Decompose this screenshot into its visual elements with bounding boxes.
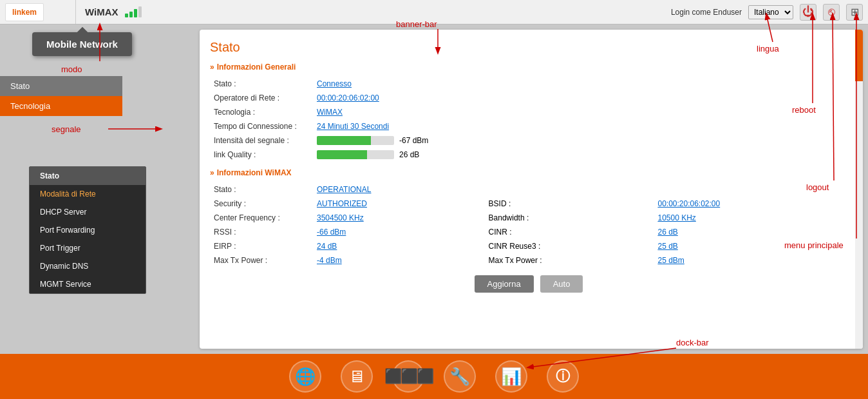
table-row: Max Tx Power : -4 dBm Max Tx Power : 25 … (210, 253, 847, 268)
table-row: Center Frequency : 3504500 KHz Bandwidth… (210, 211, 847, 225)
auto-button[interactable]: Auto (540, 275, 583, 293)
signal-fill (317, 136, 371, 145)
wimax-label: WiMAX (85, 6, 118, 17)
content-area: Stato Informazioni Generali Stato : Conn… (200, 30, 863, 349)
nav-tecnologia[interactable]: Tecnologia (0, 96, 122, 116)
table-row: link Quality : 26 dB (210, 148, 847, 162)
table-row: Tempo di Connessione : 24 Minuti 30 Seco… (210, 119, 847, 133)
chart-icon[interactable]: 📊 (495, 360, 527, 393)
info-wimax-table: Stato : OPERATIONAL Security : AUTHORIZE… (210, 182, 847, 268)
table-row: RSSI : -66 dBm CINR : 26 dB (210, 225, 847, 239)
info-icon[interactable]: ⓘ (547, 360, 579, 393)
security-link[interactable]: AUTHORIZED (317, 199, 367, 208)
logo-area: linkem (5, 0, 76, 24)
logout-button[interactable]: ⎋ (823, 4, 840, 21)
stato-link[interactable]: Connesso (317, 79, 352, 88)
info-generale-table: Stato : Connesso Operatore di Rete : 00:… (210, 77, 847, 162)
left-panel: Mobile Network Stato Tecnologia Stato Mo… (0, 24, 200, 354)
globe-icon[interactable]: 🌐 (289, 360, 321, 393)
dd-portforward[interactable]: Port Forwarding (30, 221, 146, 239)
table-row: Tecnologia : WiMAX (210, 105, 847, 119)
dd-dynamicdns[interactable]: Dynamic DNS (30, 257, 146, 275)
content-scroll[interactable]: Stato Informazioni Generali Stato : Conn… (200, 30, 863, 349)
dd-mgmt[interactable]: MGMT Service (30, 275, 146, 293)
topbar: linkem WiMAX Login come Enduser Italiano… (0, 0, 868, 24)
tools-icon[interactable]: 🔧 (444, 360, 476, 393)
signal-strength-bar: -67 dBm (317, 136, 844, 145)
operatore-link[interactable]: 00:00:20:06:02:00 (317, 93, 379, 102)
topbar-right: Login come Enduser Italiano English ⏻ ⎋ … (671, 4, 863, 21)
scrollbar-track[interactable] (855, 30, 863, 349)
link-quality-value: 26 dB (399, 150, 419, 159)
button-row: Aggiorna Auto (210, 275, 847, 293)
network-icon[interactable]: 🖥 (341, 360, 373, 393)
nav-menu: Stato Tecnologia (0, 76, 122, 116)
section-wimax: Informazioni WiMAX (210, 168, 847, 177)
login-label: Login come Enduser (671, 8, 742, 17)
reboot-button[interactable]: ⏻ (800, 4, 816, 21)
tecnologia-link[interactable]: WiMAX (317, 108, 343, 117)
table-row: Intensità del segnale : -67 dBm (210, 133, 847, 148)
tempo-link[interactable]: 24 Minuti 30 Secondi (317, 122, 389, 131)
scrollbar-thumb[interactable] (855, 30, 863, 81)
signal-value: -67 dBm (399, 136, 428, 145)
wimax-stato-link[interactable]: OPERATIONAL (317, 185, 371, 194)
table-row: Operatore di Rete : 00:00:20:06:02:00 (210, 91, 847, 105)
link-quality-bar: 26 dB (317, 150, 844, 159)
dock-bar: 🌐 🖥 ⬛⬛⬛ 🔧 📊 ⓘ (0, 354, 868, 399)
aggiorna-button[interactable]: Aggiorna (475, 275, 534, 293)
bar1 (125, 14, 128, 17)
signal-bars (125, 6, 142, 17)
table-row: Stato : OPERATIONAL (210, 182, 847, 197)
firewall-icon[interactable]: ⬛⬛⬛ (392, 360, 424, 393)
table-row: Stato : Connesso (210, 77, 847, 91)
logo: linkem (5, 3, 44, 21)
link-quality-fill (317, 150, 367, 159)
bar3 (134, 9, 137, 17)
dd-stato[interactable]: Stato (30, 167, 146, 185)
dd-porttrigger[interactable]: Port Trigger (30, 239, 146, 257)
main-area: Mobile Network Stato Tecnologia Stato Mo… (0, 24, 868, 354)
nav-stato[interactable]: Stato (0, 76, 122, 96)
table-row: Security : AUTHORIZED BSID : 00:00:20:06… (210, 197, 847, 211)
bar2 (129, 12, 133, 17)
section-generale: Informazioni Generali (210, 63, 847, 72)
bsid-link[interactable]: 00:00:20:06:02:00 (657, 199, 720, 208)
table-row: EIRP : 24 dB CINR Reuse3 : 25 dB (210, 239, 847, 253)
menu-principale-button[interactable]: ⊞ (846, 4, 863, 21)
dd-modalita[interactable]: Modalità di Rete (30, 185, 146, 203)
dd-dhcp[interactable]: DHCP Server (30, 203, 146, 221)
mobile-network-banner: Mobile Network (32, 32, 132, 56)
content-title: Stato (210, 40, 847, 55)
mobile-network-label: Mobile Network (46, 39, 118, 50)
bar4 (138, 6, 142, 17)
dropdown-menu: Stato Modalità di Rete DHCP Server Port … (29, 166, 146, 294)
lang-select[interactable]: Italiano English (748, 5, 793, 19)
